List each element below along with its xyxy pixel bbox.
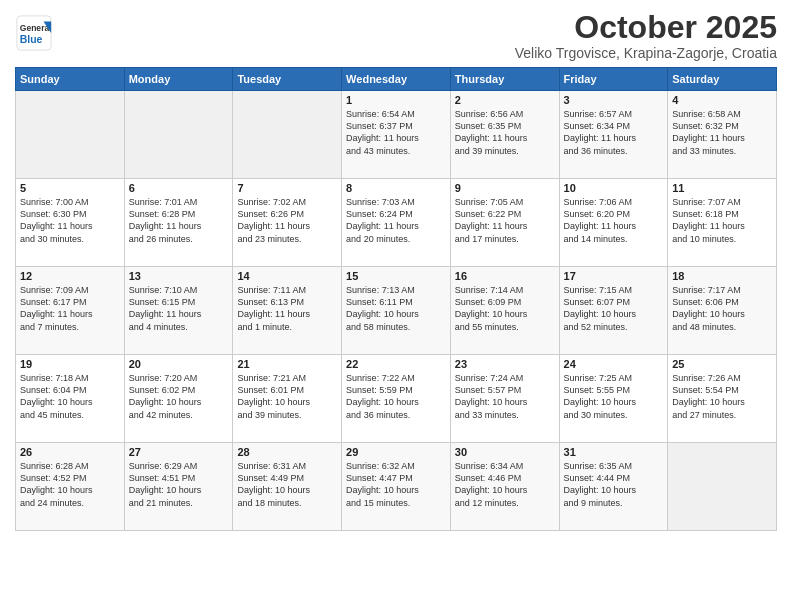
day-info: Sunrise: 7:24 AM Sunset: 5:57 PM Dayligh… [455, 372, 555, 421]
day-info: Sunrise: 7:05 AM Sunset: 6:22 PM Dayligh… [455, 196, 555, 245]
day-number: 17 [564, 270, 664, 282]
day-cell: 27Sunrise: 6:29 AM Sunset: 4:51 PM Dayli… [124, 443, 233, 531]
day-info: Sunrise: 7:17 AM Sunset: 6:06 PM Dayligh… [672, 284, 772, 333]
day-number: 5 [20, 182, 120, 194]
day-cell: 24Sunrise: 7:25 AM Sunset: 5:55 PM Dayli… [559, 355, 668, 443]
day-cell: 22Sunrise: 7:22 AM Sunset: 5:59 PM Dayli… [342, 355, 451, 443]
logo-icon: General Blue [15, 14, 53, 52]
day-cell: 28Sunrise: 6:31 AM Sunset: 4:49 PM Dayli… [233, 443, 342, 531]
day-cell: 18Sunrise: 7:17 AM Sunset: 6:06 PM Dayli… [668, 267, 777, 355]
day-number: 19 [20, 358, 120, 370]
week-row-3: 19Sunrise: 7:18 AM Sunset: 6:04 PM Dayli… [16, 355, 777, 443]
week-row-4: 26Sunrise: 6:28 AM Sunset: 4:52 PM Dayli… [16, 443, 777, 531]
day-cell: 2Sunrise: 6:56 AM Sunset: 6:35 PM Daylig… [450, 91, 559, 179]
header: General Blue October 2025 Veliko Trgovis… [15, 10, 777, 61]
day-info: Sunrise: 7:01 AM Sunset: 6:28 PM Dayligh… [129, 196, 229, 245]
col-friday: Friday [559, 68, 668, 91]
col-sunday: Sunday [16, 68, 125, 91]
week-row-1: 5Sunrise: 7:00 AM Sunset: 6:30 PM Daylig… [16, 179, 777, 267]
day-info: Sunrise: 7:22 AM Sunset: 5:59 PM Dayligh… [346, 372, 446, 421]
day-number: 18 [672, 270, 772, 282]
day-info: Sunrise: 6:29 AM Sunset: 4:51 PM Dayligh… [129, 460, 229, 509]
day-cell: 3Sunrise: 6:57 AM Sunset: 6:34 PM Daylig… [559, 91, 668, 179]
day-info: Sunrise: 7:18 AM Sunset: 6:04 PM Dayligh… [20, 372, 120, 421]
day-cell: 12Sunrise: 7:09 AM Sunset: 6:17 PM Dayli… [16, 267, 125, 355]
day-number: 27 [129, 446, 229, 458]
header-row: Sunday Monday Tuesday Wednesday Thursday… [16, 68, 777, 91]
day-cell: 26Sunrise: 6:28 AM Sunset: 4:52 PM Dayli… [16, 443, 125, 531]
day-info: Sunrise: 6:58 AM Sunset: 6:32 PM Dayligh… [672, 108, 772, 157]
day-cell [668, 443, 777, 531]
day-info: Sunrise: 6:35 AM Sunset: 4:44 PM Dayligh… [564, 460, 664, 509]
calendar-subtitle: Veliko Trgovisce, Krapina-Zagorje, Croat… [515, 45, 777, 61]
day-number: 16 [455, 270, 555, 282]
day-info: Sunrise: 6:32 AM Sunset: 4:47 PM Dayligh… [346, 460, 446, 509]
day-cell: 1Sunrise: 6:54 AM Sunset: 6:37 PM Daylig… [342, 91, 451, 179]
day-cell: 9Sunrise: 7:05 AM Sunset: 6:22 PM Daylig… [450, 179, 559, 267]
day-info: Sunrise: 7:06 AM Sunset: 6:20 PM Dayligh… [564, 196, 664, 245]
day-number: 26 [20, 446, 120, 458]
day-cell: 4Sunrise: 6:58 AM Sunset: 6:32 PM Daylig… [668, 91, 777, 179]
day-number: 8 [346, 182, 446, 194]
day-number: 23 [455, 358, 555, 370]
day-info: Sunrise: 6:57 AM Sunset: 6:34 PM Dayligh… [564, 108, 664, 157]
day-cell [124, 91, 233, 179]
day-info: Sunrise: 7:09 AM Sunset: 6:17 PM Dayligh… [20, 284, 120, 333]
day-cell: 16Sunrise: 7:14 AM Sunset: 6:09 PM Dayli… [450, 267, 559, 355]
day-number: 28 [237, 446, 337, 458]
day-number: 29 [346, 446, 446, 458]
day-info: Sunrise: 6:56 AM Sunset: 6:35 PM Dayligh… [455, 108, 555, 157]
day-info: Sunrise: 6:28 AM Sunset: 4:52 PM Dayligh… [20, 460, 120, 509]
col-thursday: Thursday [450, 68, 559, 91]
day-number: 31 [564, 446, 664, 458]
day-cell: 6Sunrise: 7:01 AM Sunset: 6:28 PM Daylig… [124, 179, 233, 267]
day-info: Sunrise: 7:11 AM Sunset: 6:13 PM Dayligh… [237, 284, 337, 333]
day-info: Sunrise: 7:07 AM Sunset: 6:18 PM Dayligh… [672, 196, 772, 245]
day-info: Sunrise: 7:14 AM Sunset: 6:09 PM Dayligh… [455, 284, 555, 333]
day-info: Sunrise: 7:25 AM Sunset: 5:55 PM Dayligh… [564, 372, 664, 421]
day-number: 1 [346, 94, 446, 106]
day-info: Sunrise: 7:13 AM Sunset: 6:11 PM Dayligh… [346, 284, 446, 333]
day-info: Sunrise: 7:03 AM Sunset: 6:24 PM Dayligh… [346, 196, 446, 245]
day-info: Sunrise: 7:00 AM Sunset: 6:30 PM Dayligh… [20, 196, 120, 245]
day-info: Sunrise: 6:54 AM Sunset: 6:37 PM Dayligh… [346, 108, 446, 157]
day-cell: 15Sunrise: 7:13 AM Sunset: 6:11 PM Dayli… [342, 267, 451, 355]
day-cell: 11Sunrise: 7:07 AM Sunset: 6:18 PM Dayli… [668, 179, 777, 267]
day-number: 22 [346, 358, 446, 370]
day-number: 4 [672, 94, 772, 106]
day-info: Sunrise: 6:34 AM Sunset: 4:46 PM Dayligh… [455, 460, 555, 509]
col-tuesday: Tuesday [233, 68, 342, 91]
day-number: 13 [129, 270, 229, 282]
day-number: 25 [672, 358, 772, 370]
day-cell: 7Sunrise: 7:02 AM Sunset: 6:26 PM Daylig… [233, 179, 342, 267]
day-cell: 19Sunrise: 7:18 AM Sunset: 6:04 PM Dayli… [16, 355, 125, 443]
day-cell: 17Sunrise: 7:15 AM Sunset: 6:07 PM Dayli… [559, 267, 668, 355]
week-row-0: 1Sunrise: 6:54 AM Sunset: 6:37 PM Daylig… [16, 91, 777, 179]
day-number: 3 [564, 94, 664, 106]
day-info: Sunrise: 7:20 AM Sunset: 6:02 PM Dayligh… [129, 372, 229, 421]
calendar-table: Sunday Monday Tuesday Wednesday Thursday… [15, 67, 777, 531]
day-number: 24 [564, 358, 664, 370]
day-cell: 30Sunrise: 6:34 AM Sunset: 4:46 PM Dayli… [450, 443, 559, 531]
title-block: October 2025 Veliko Trgovisce, Krapina-Z… [515, 10, 777, 61]
day-number: 11 [672, 182, 772, 194]
day-info: Sunrise: 7:15 AM Sunset: 6:07 PM Dayligh… [564, 284, 664, 333]
day-number: 10 [564, 182, 664, 194]
day-number: 30 [455, 446, 555, 458]
day-number: 20 [129, 358, 229, 370]
calendar-page: General Blue October 2025 Veliko Trgovis… [0, 0, 792, 612]
calendar-title: October 2025 [515, 10, 777, 45]
day-number: 12 [20, 270, 120, 282]
day-number: 9 [455, 182, 555, 194]
day-cell [233, 91, 342, 179]
day-number: 15 [346, 270, 446, 282]
day-cell: 31Sunrise: 6:35 AM Sunset: 4:44 PM Dayli… [559, 443, 668, 531]
logo: General Blue [15, 14, 53, 52]
svg-text:Blue: Blue [20, 34, 43, 45]
day-cell: 23Sunrise: 7:24 AM Sunset: 5:57 PM Dayli… [450, 355, 559, 443]
day-info: Sunrise: 7:10 AM Sunset: 6:15 PM Dayligh… [129, 284, 229, 333]
col-saturday: Saturday [668, 68, 777, 91]
day-cell: 5Sunrise: 7:00 AM Sunset: 6:30 PM Daylig… [16, 179, 125, 267]
day-info: Sunrise: 6:31 AM Sunset: 4:49 PM Dayligh… [237, 460, 337, 509]
day-cell: 13Sunrise: 7:10 AM Sunset: 6:15 PM Dayli… [124, 267, 233, 355]
